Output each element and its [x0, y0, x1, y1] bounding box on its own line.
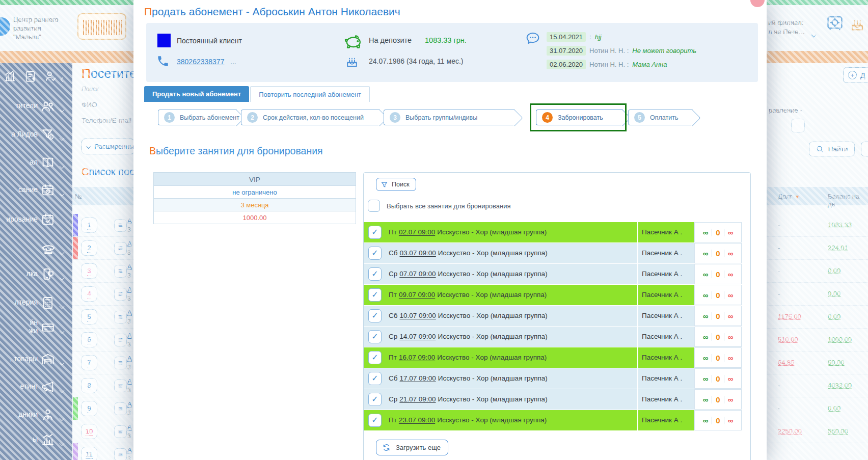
session-datetime-link[interactable]: 21.07 09:00 [399, 395, 436, 403]
balance-value[interactable]: 0.00 [828, 313, 840, 320]
column-debt[interactable]: Долг▼ [778, 193, 800, 200]
sidebar-item-accounting[interactable]: лтерия [0, 294, 72, 312]
sidebar-item-visitors[interactable]: тители [0, 98, 72, 115]
balance-value[interactable]: 0.00 [828, 290, 840, 297]
session-datetime-link[interactable]: 16.07 09:00 [399, 354, 435, 361]
session-datetime-link[interactable]: 07.07 09:00 [399, 270, 436, 278]
phone-email-field-label[interactable]: Телефон/E-mail [82, 117, 131, 124]
session-datetime-link[interactable]: 02.07 09:00 [399, 228, 435, 236]
branch-selector[interactable]: ий филиал: л на Пече… [768, 18, 805, 37]
sidebar-item-journal[interactable]: ал [0, 154, 72, 172]
session-datetime-link[interactable]: 10.07 09:00 [399, 312, 436, 319]
session-row[interactable]: ✓ Сб17.07 09:00Исскуство - Хор (младшая … [364, 368, 751, 389]
visitor-name-fragment[interactable]: А [127, 240, 132, 248]
session-row[interactable]: ✓ Сб10.07 09:00Исскуство - Хор (младшая … [364, 306, 751, 326]
chart-growth-icon[interactable] [3, 69, 17, 83]
row-number-button[interactable]: 4 [81, 286, 97, 302]
session-datetime-link[interactable]: 17.07 09:00 [399, 374, 436, 382]
session-row[interactable]: ✓ Сб03.07 09:00Исскуство - Хор (младшая … [364, 243, 751, 263]
session-row[interactable]: ✓ Пт23.07 09:00Исскуство - Хор (младшая … [364, 410, 751, 430]
barcode-widget[interactable] [77, 13, 126, 40]
notes-icon[interactable]: ≡ [114, 242, 127, 255]
row-number-button[interactable]: 1 [81, 218, 97, 233]
session-row[interactable]: ✓ Пт16.07 09:00Исскуство - Хор (младшая … [364, 347, 751, 368]
balance-value[interactable]: 224.01 [828, 244, 848, 252]
advanced-search-button[interactable]: Расширенны [82, 139, 134, 154]
wizard-step-2[interactable]: 2Срок действия, кол-во посещений [241, 110, 380, 125]
sidebar-item-marketing[interactable]: етинг [0, 378, 72, 396]
session-row[interactable]: ✓ Ср07.07 09:00Исскуство - Хор (младшая … [364, 264, 751, 284]
debt-value[interactable]: 1175.00 [778, 313, 801, 320]
chevron-down-icon[interactable] [812, 30, 816, 39]
debt-value[interactable]: - [778, 267, 780, 275]
sidebar-item-mailing[interactable]: лка [0, 266, 72, 283]
notes-icon[interactable]: ≡ [114, 334, 127, 346]
row-number-button[interactable]: 2 [81, 240, 97, 256]
notes-icon[interactable]: ≡ [114, 288, 127, 301]
session-row[interactable]: ✓ Пт09.07 09:00Исскуство - Хор (младшая … [364, 285, 751, 305]
session-checkbox[interactable]: ✓ [368, 414, 382, 427]
wizard-step-4-current[interactable]: 4Забронировать [536, 110, 623, 125]
column-number[interactable]: № [75, 193, 82, 200]
visitor-name-fragment[interactable]: А [127, 446, 132, 454]
debt-value[interactable]: 64.85 [778, 359, 795, 366]
debt-value[interactable]: - [778, 221, 780, 229]
wizard-step-1[interactable]: 1Выбрать абонемент [158, 110, 237, 125]
visitor-name-fragment[interactable]: А [127, 332, 132, 339]
visitor-name-fragment[interactable]: А [127, 377, 132, 385]
sidebar-item-telephony[interactable] [0, 240, 72, 258]
sidebar-item-schedule[interactable]: сание [0, 182, 72, 199]
row-number-button[interactable]: 6 [81, 332, 97, 347]
session-datetime-link[interactable]: 09.07 09:00 [399, 291, 435, 299]
balance-value[interactable]: 4033.00 [828, 382, 852, 389]
notes-icon[interactable]: ≡ [114, 311, 127, 323]
close-icon[interactable] [750, 0, 765, 7]
visitor-name-fragment[interactable]: А [127, 309, 132, 316]
balance-value[interactable]: 1000.00 [828, 336, 852, 343]
select-all-checkbox[interactable] [368, 200, 380, 212]
filter-search-button[interactable]: Поиск [376, 178, 416, 191]
session-row[interactable]: ✓ Ср14.07 09:00Исскуство - Хор (младшая … [364, 327, 751, 347]
sidebar-collapse-icon[interactable] [61, 74, 65, 84]
balance-value[interactable]: 0.00 [828, 267, 840, 275]
session-datetime-link[interactable]: 23.07 09:00 [399, 416, 435, 424]
visitor-name-fragment[interactable]: А [127, 286, 132, 293]
visitor-name-fragment[interactable]: А [127, 423, 132, 431]
find-button[interactable]: Найти [809, 142, 855, 156]
debt-value[interactable]: 510.00 [778, 336, 798, 343]
balance-value[interactable]: 50.00 [828, 359, 845, 366]
sidebar-item-reports[interactable]: ы [0, 431, 72, 449]
visitor-name-fragment[interactable]: А [127, 400, 132, 408]
safe-icon[interactable] [825, 13, 845, 33]
session-row[interactable]: ✓ Пт02.07 09:00Исскуство - Хор (младшая … [364, 222, 751, 242]
session-datetime-link[interactable]: 14.07 09:00 [399, 333, 436, 340]
session-checkbox[interactable]: ✓ [368, 393, 382, 406]
session-datetime-link[interactable]: 03.07 09:00 [399, 249, 436, 257]
session-checkbox[interactable]: ✓ [368, 330, 382, 343]
balance-value[interactable]: 550.00 [828, 427, 848, 435]
notes-icon[interactable]: ≡ [114, 448, 127, 460]
debt-value[interactable]: - [778, 244, 780, 252]
clipboard-add-icon[interactable] [23, 69, 37, 83]
add-visitor-button[interactable]: + Д [843, 67, 868, 83]
notes-icon[interactable]: ≡ [114, 357, 127, 369]
balance-value[interactable]: 0.00 [828, 404, 840, 412]
notes-icon[interactable]: ≡ [114, 425, 127, 438]
session-row[interactable]: ✓ Ср21.07 09:00Исскуство - Хор (младшая … [364, 389, 751, 410]
tab-repeat-last[interactable]: Повторить последний абонемент [250, 86, 370, 102]
notes-icon[interactable]: ≡ [114, 380, 127, 392]
filter-checkbox[interactable] [791, 119, 805, 132]
visitor-name-fragment[interactable]: А [127, 355, 132, 362]
sidebar-item-employees[interactable]: дники [0, 407, 72, 424]
fio-field-label[interactable]: ФИО [82, 101, 97, 109]
sidebar-item-leads-funnel[interactable]: а Лидов [0, 126, 72, 144]
visitor-name-fragment[interactable]: А [127, 263, 132, 270]
row-number-button[interactable]: 8 [81, 378, 97, 393]
session-checkbox[interactable]: ✓ [368, 309, 382, 322]
debt-value[interactable]: - [778, 382, 780, 389]
session-checkbox[interactable]: ✓ [368, 288, 382, 302]
row-number-button[interactable]: 5 [81, 309, 97, 324]
select-all-label[interactable]: Выбрать все занятия для бронирования [387, 202, 510, 210]
row-number-button[interactable]: 7 [81, 355, 97, 370]
wizard-step-3[interactable]: 3Выбрать группы/индивы [384, 110, 515, 125]
